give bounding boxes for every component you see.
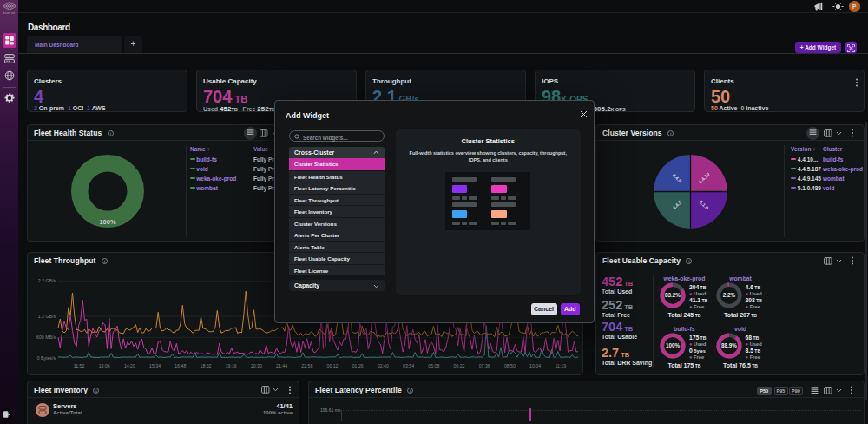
svg-text:08:50: 08:50 (504, 363, 516, 368)
svg-text:88.9%: 88.9% (721, 342, 737, 348)
svg-text:00:12: 00:12 (327, 363, 339, 368)
svg-text:14:20: 14:20 (124, 363, 135, 368)
svg-text:15:34: 15:34 (149, 363, 161, 368)
svg-text:05:08: 05:08 (428, 363, 439, 368)
svg-text:2.2%: 2.2% (723, 292, 736, 298)
svg-text:2.2 GB/s: 2.2 GB/s (38, 278, 56, 283)
svg-text:19:16: 19:16 (226, 363, 237, 368)
svg-text:16:48: 16:48 (174, 363, 186, 368)
svg-text:03:54: 03:54 (403, 363, 414, 368)
svg-text:07:36: 07:36 (479, 363, 490, 368)
svg-text:20:30: 20:30 (251, 363, 262, 368)
svg-text:100%: 100% (666, 342, 681, 348)
svg-text:01:26: 01:26 (352, 363, 364, 368)
svg-text:13:06: 13:06 (99, 363, 110, 368)
svg-text:600 MB/s: 600 MB/s (36, 335, 56, 340)
svg-text:02:40: 02:40 (378, 363, 389, 368)
svg-text:11:52: 11:52 (74, 363, 85, 368)
svg-text:06:22: 06:22 (454, 363, 465, 368)
svg-text:1.2 GB/s: 1.2 GB/s (38, 314, 56, 319)
svg-text:83.2%: 83.2% (665, 292, 681, 298)
svg-text:10:04: 10:04 (529, 363, 541, 368)
svg-text:0 Bytes/s: 0 Bytes/s (37, 354, 56, 360)
svg-text:100%: 100% (99, 218, 116, 226)
svg-text:18:02: 18:02 (201, 363, 212, 368)
svg-text:21:44: 21:44 (276, 363, 287, 368)
svg-text:22:58: 22:58 (301, 363, 312, 368)
svg-text:11:19: 11:19 (555, 363, 566, 368)
